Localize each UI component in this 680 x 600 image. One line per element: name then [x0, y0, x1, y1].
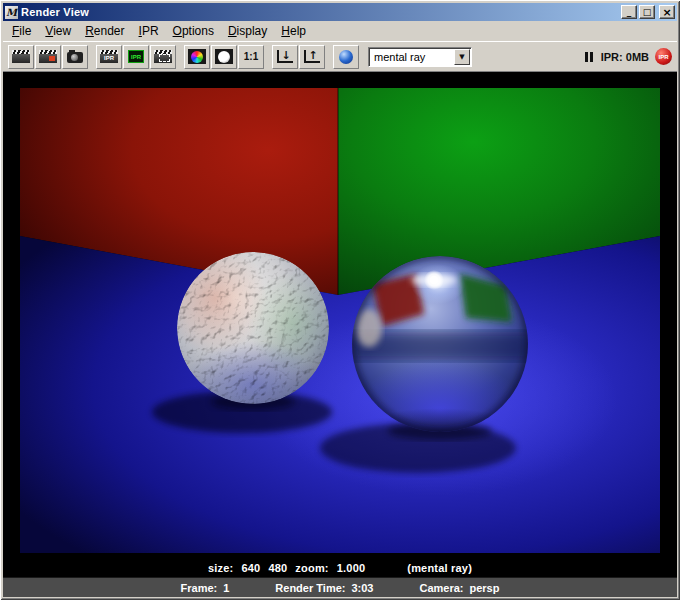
frame-label: Frame:: [181, 582, 218, 594]
render-time-label: Render Time:: [275, 582, 345, 594]
redo-previous-render-button[interactable]: [35, 45, 61, 69]
ipr-memory-label: IPR: 0MB: [601, 51, 649, 63]
chevron-down-icon[interactable]: ▼: [454, 49, 470, 65]
actual-size-icon: 1:1: [244, 51, 258, 62]
menu-ipr[interactable]: IPR: [132, 22, 166, 40]
render-scene: [20, 88, 660, 553]
keep-image-button[interactable]: ↓: [272, 45, 298, 69]
region-render-button[interactable]: [150, 45, 176, 69]
render-current-frame-button[interactable]: [8, 45, 34, 69]
actual-size-button[interactable]: 1:1: [238, 45, 264, 69]
alpha-channel-icon: [218, 51, 230, 63]
ipr-badge-button[interactable]: IPR: [655, 48, 672, 65]
image-info-line: size: 640 480 zoom: 1.000 (mental ray): [3, 562, 677, 574]
snapshot-button[interactable]: [62, 45, 88, 69]
refresh-ipr-button[interactable]: IPR: [123, 45, 149, 69]
pause-ipr-icon[interactable]: [583, 50, 595, 64]
minimize-button[interactable]: _: [621, 5, 637, 19]
window-title: Render View: [21, 6, 618, 18]
renderer-dropdown-value: mental ray: [374, 51, 425, 63]
zoom-value: 1.000: [337, 562, 366, 574]
renderer-note: (mental ray): [407, 562, 472, 574]
render-time-value: 3:03: [351, 582, 373, 594]
menubar: File View Render IPR Options Display Hel…: [3, 21, 677, 41]
render-panel: size: 640 480 zoom: 1.000 (mental ray): [3, 71, 677, 577]
render-current-frame-icon: [12, 50, 30, 63]
render-view-window: M Render View _ □ × File View Render IPR…: [0, 0, 680, 600]
camera-value: persp: [470, 582, 500, 594]
toolbar: IPR IPR 1:1 ↓ ↑ mental ray: [3, 41, 677, 71]
zoom-label: zoom:: [295, 562, 328, 574]
image-width-value: 640: [241, 562, 260, 574]
rgb-channels-icon: [191, 51, 203, 63]
frame-value: 1: [223, 582, 229, 594]
image-height-value: 480: [268, 562, 287, 574]
size-label: size:: [208, 562, 233, 574]
menu-view[interactable]: View: [38, 22, 78, 40]
rgb-channels-button[interactable]: [184, 45, 210, 69]
remove-image-icon: ↑: [304, 50, 320, 63]
renderer-dropdown[interactable]: mental ray ▼: [368, 47, 472, 67]
menu-render[interactable]: Render: [78, 22, 131, 40]
remove-image-button[interactable]: ↑: [299, 45, 325, 69]
keep-image-icon: ↓: [277, 50, 293, 63]
maya-app-icon: M: [5, 6, 18, 19]
rendered-image[interactable]: [20, 88, 660, 553]
ipr-render-button[interactable]: IPR: [96, 45, 122, 69]
menu-display[interactable]: Display: [221, 22, 274, 40]
maximize-button[interactable]: □: [639, 5, 655, 19]
render-settings-button[interactable]: [333, 45, 359, 69]
redo-previous-render-icon: [39, 50, 57, 63]
camera-label: Camera:: [419, 582, 463, 594]
close-button[interactable]: ×: [659, 5, 675, 19]
menu-help[interactable]: Help: [274, 22, 313, 40]
titlebar[interactable]: M Render View _ □ ×: [3, 3, 677, 21]
menu-file[interactable]: File: [5, 22, 38, 40]
render-settings-icon: [339, 50, 353, 64]
alpha-channel-button[interactable]: [211, 45, 237, 69]
render-status-bar: Frame: 1 Render Time: 3:03 Camera: persp: [3, 577, 677, 597]
ipr-render-icon: IPR: [100, 50, 118, 63]
snapshot-camera-icon: [67, 52, 83, 63]
region-render-icon: [154, 50, 172, 63]
menu-options[interactable]: Options: [166, 22, 221, 40]
ipr-refresh-icon: IPR: [128, 50, 144, 63]
